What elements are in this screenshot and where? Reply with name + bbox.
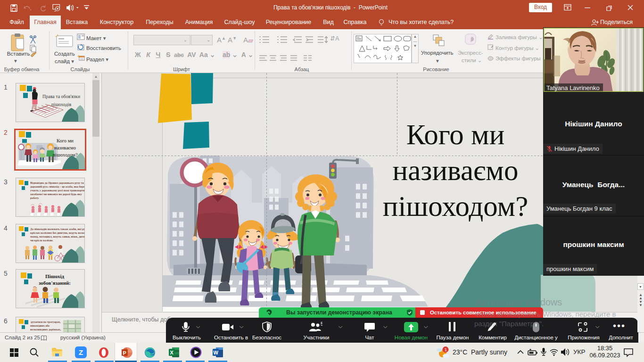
- svg-text:чи крісло колісне.: чи крісло колісне.: [30, 239, 53, 242]
- svg-text:-рухатися по тротуарах,: -рухатися по тротуарах,: [30, 321, 61, 323]
- svg-text:роботу.: роботу.: [30, 197, 39, 199]
- svg-text:W: W: [214, 350, 219, 355]
- svg-text:Пішохід: Пішохід: [45, 273, 65, 279]
- svg-text:X: X: [170, 350, 174, 355]
- svg-text:засобами і не виконує на дороз: засобами і не виконує на дорозі будь-яку: [30, 193, 82, 196]
- svg-text:кріслах колісних без двигуна,: кріслах колісних без двигуна, ведуть вел…: [30, 231, 84, 234]
- svg-text:дорожній рух» пішохід – це осо: дорожній рух» пішохід – це особа, яка бе…: [30, 185, 84, 188]
- svg-text:Відповідно до Правил дорожньог: Відповідно до Правил дорожнього руху та …: [30, 181, 84, 184]
- svg-text:⇵A: ⇵A: [330, 35, 339, 42]
- svg-text:пішоходів: пішоходів: [51, 102, 72, 107]
- svg-text:велосипедних доріжках,: велосипедних доріжках,: [30, 328, 61, 331]
- svg-text:мопед, мотоцикл, везуть санки,: мопед, мотоцикл, везуть санки, візок, ди…: [30, 235, 84, 238]
- svg-text:зобов'язаний:: зобов'язаний:: [39, 280, 71, 286]
- svg-text:пішоходом?: пішоходом?: [52, 152, 77, 157]
- svg-text:пішохідних або: пішохідних або: [30, 324, 50, 327]
- svg-text:називаємо: називаємо: [54, 145, 76, 150]
- svg-text:P: P: [123, 350, 126, 356]
- svg-text:5: 5: [321, 322, 322, 327]
- svg-text:участь у дорожньому русі поза: участь у дорожньому русі поза транспортн…: [30, 189, 84, 192]
- svg-text:1: 1: [445, 347, 447, 352]
- svg-text:До пішоходів належать також ос: До пішоходів належать також особи, які р…: [30, 228, 84, 230]
- svg-text:Кого ми: Кого ми: [57, 138, 74, 143]
- svg-text:Права та обов'язки: Права та обов'язки: [42, 94, 81, 99]
